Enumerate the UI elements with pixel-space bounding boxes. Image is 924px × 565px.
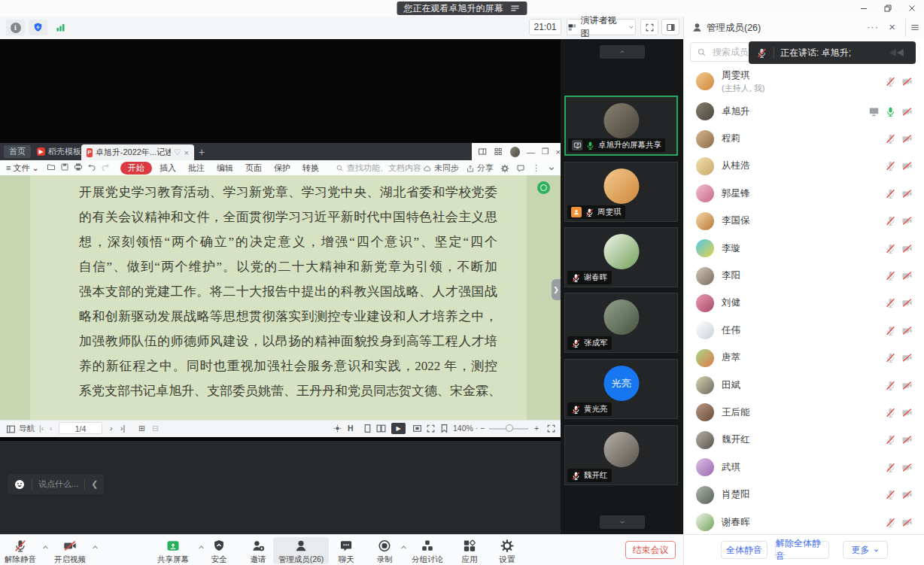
list-lines-icon[interactable] — [510, 3, 521, 14]
minimize-button[interactable] — [859, 4, 868, 13]
member-row[interactable]: 卓旭升 — [684, 98, 924, 125]
member-row[interactable]: 任伟 — [684, 317, 924, 344]
side-panel-toggle-button[interactable] — [661, 19, 679, 35]
reading-layout-icon[interactable] — [478, 147, 487, 156]
toolbar-apps-button[interactable]: 应用 — [457, 537, 482, 564]
tab-document[interactable]: P 卓旭升-2022年...记述职报告.pdf ♡ × — [81, 144, 194, 160]
last-page-button[interactable]: ›| — [120, 424, 125, 433]
sync-status[interactable]: 未同步 — [423, 163, 459, 174]
member-row[interactable]: 田斌 — [684, 372, 924, 399]
member-row[interactable]: 李国保 — [684, 208, 924, 235]
video-tile[interactable]: 张成军 — [564, 293, 678, 353]
wps-search[interactable]: 查找功能、文档内容 — [336, 163, 421, 174]
chat-input-placeholder[interactable]: 说点什么... — [38, 478, 78, 490]
mute-all-button[interactable]: 全体静音 — [721, 541, 767, 559]
insert-page-button[interactable]: ⊞ — [138, 424, 145, 433]
member-row[interactable]: 李阳 — [684, 262, 924, 289]
tab-docer[interactable]: ▶ 稻壳模板 — [32, 145, 87, 158]
collapse-ribbon-icon[interactable] — [547, 164, 556, 173]
menu-item-5[interactable]: 转换 — [302, 163, 319, 174]
single-page-icon[interactable] — [363, 424, 372, 433]
menu-item-2[interactable]: 编辑 — [217, 163, 233, 174]
toolbar-shield-button[interactable]: 安全 — [207, 537, 231, 564]
toolbar-share-screen-button[interactable]: 共享屏幕 — [152, 537, 194, 564]
fullscreen-button[interactable] — [640, 19, 658, 35]
toolbar-mic-off-button[interactable]: 解除静音 — [2, 537, 38, 564]
folder-icon[interactable] — [47, 163, 56, 172]
chevron-up-icon[interactable] — [197, 543, 205, 551]
restore-button[interactable] — [883, 4, 892, 13]
toolbar-cam-off-button[interactable]: 开启视频 — [52, 537, 88, 564]
apps-grid-icon[interactable] — [494, 147, 503, 156]
member-row[interactable]: 周雯琪(主持人, 我) — [684, 65, 924, 98]
more-button[interactable]: 更多 — [843, 541, 888, 559]
undo-icon[interactable] — [87, 163, 96, 172]
toolbar-record-button[interactable]: 录制 — [372, 537, 397, 564]
wps-restore-button[interactable]: ❐ — [542, 147, 549, 156]
view-mode-button[interactable]: 演讲者视图 — [567, 19, 636, 35]
eye-protection-badge[interactable] — [537, 181, 550, 194]
member-row[interactable]: 魏开红 — [684, 427, 924, 454]
remove-page-button[interactable]: ⊟ — [152, 424, 159, 433]
scroll-down-button[interactable] — [600, 515, 645, 529]
menu-file[interactable]: ≡ 文件 ⌄ — [6, 163, 39, 174]
collapse-chat-icon[interactable]: ❮ — [91, 479, 98, 489]
nav-pane-toggle[interactable]: 导航 — [6, 424, 35, 434]
member-row[interactable]: 郭星锋 — [684, 180, 924, 207]
hamburger-menu-icon[interactable] — [910, 22, 920, 33]
member-row[interactable]: 王后能 — [684, 399, 924, 426]
member-row[interactable]: 武琪 — [684, 454, 924, 481]
member-row[interactable]: 从桂浩 — [684, 153, 924, 180]
member-row[interactable]: 唐萃 — [684, 345, 924, 372]
toolbar-gear-button[interactable]: 设置 — [495, 537, 519, 564]
eye-care-icon[interactable] — [333, 424, 342, 433]
prev-page-button[interactable]: ‹ — [50, 424, 53, 433]
zoom-out-button[interactable]: − — [480, 424, 485, 433]
gear-icon[interactable] — [500, 164, 509, 173]
tab-home[interactable]: 首页 — [4, 145, 31, 158]
fit-width-icon[interactable] — [426, 424, 436, 433]
side-panel-handle[interactable]: ❯ — [552, 279, 561, 300]
end-meeting-button[interactable]: 结束会议 — [625, 541, 676, 559]
share-button[interactable]: 分享 — [466, 163, 494, 174]
toolbar-chat-button[interactable]: 聊天 — [334, 537, 358, 564]
panel-close-icon[interactable]: × — [889, 20, 895, 33]
video-tile[interactable]: 魏开红 — [564, 425, 678, 485]
menu-start-tab[interactable]: 开始 — [120, 162, 152, 175]
toolbar-invite-button[interactable]: 邀请 — [246, 537, 270, 564]
two-page-icon[interactable] — [376, 424, 386, 433]
menu-item-0[interactable]: 插入 — [160, 163, 176, 174]
member-row[interactable]: 肖楚阳 — [684, 481, 924, 508]
scroll-up-button[interactable] — [600, 45, 645, 59]
security-shield-icon[interactable] — [29, 20, 47, 35]
tab-close-icon[interactable]: × — [184, 148, 189, 157]
comment-icon[interactable] — [516, 164, 525, 173]
zoom-slider-knob[interactable] — [506, 424, 513, 432]
wps-minimize-button[interactable]: — — [527, 147, 535, 156]
menu-item-3[interactable]: 页面 — [245, 163, 262, 174]
fullscreen-reader-icon[interactable] — [546, 424, 556, 433]
meeting-info-icon[interactable]: i — [6, 20, 25, 35]
wps-account-avatar[interactable] — [510, 147, 520, 157]
favorite-heart-icon[interactable]: ♡ — [174, 147, 181, 157]
quick-chat-pill[interactable]: 说点什么... ❮ — [8, 474, 104, 494]
member-row[interactable]: 刘健 — [684, 290, 924, 317]
member-row[interactable]: 程莉 — [684, 125, 924, 152]
video-tile[interactable]: 卓旭升的屏幕共享 — [564, 96, 678, 156]
tooltip-arrows-icon[interactable] — [886, 47, 908, 59]
save-icon[interactable] — [60, 163, 69, 172]
page-indicator[interactable]: 1/4 — [59, 422, 102, 434]
toolbar-members-button[interactable]: 管理成员(26) — [273, 537, 329, 564]
close-icon[interactable] — [907, 4, 916, 13]
video-tile[interactable]: 周雯琪 — [564, 162, 678, 222]
network-signal-icon[interactable] — [51, 20, 70, 35]
fit-page-icon[interactable] — [412, 424, 422, 433]
new-tab-icon[interactable]: + — [199, 146, 205, 158]
document-page[interactable]: 开展党史学习教育活动、学习新党章、学习党中央、湖北省委和学校党委的有关会议精神和… — [30, 175, 527, 420]
kebab-menu-icon[interactable]: ⋮ — [532, 163, 540, 173]
video-tile[interactable]: 谢春晖 — [564, 227, 678, 287]
print-icon[interactable] — [74, 163, 83, 172]
menu-item-1[interactable]: 批注 — [188, 163, 205, 174]
video-tile[interactable]: 光亮黄光亮 — [564, 359, 678, 419]
chevron-up-icon[interactable] — [91, 543, 99, 551]
